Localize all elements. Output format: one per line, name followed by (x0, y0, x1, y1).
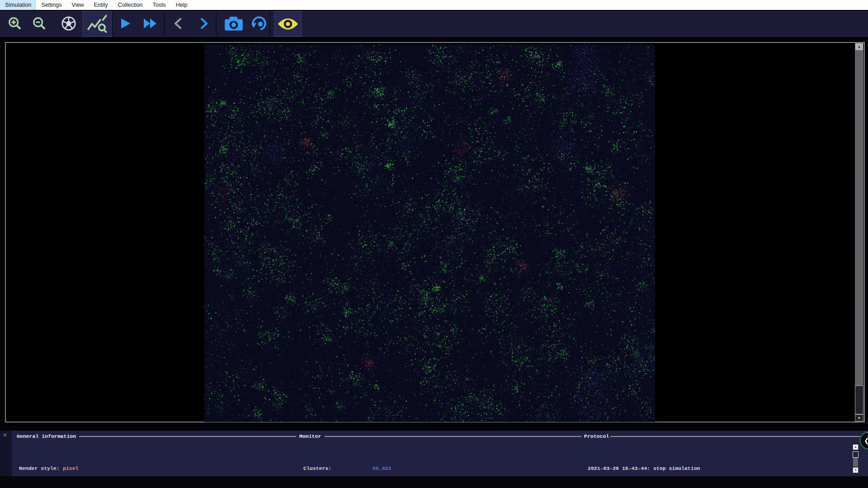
chevron-left-icon: ❮ (864, 437, 868, 444)
toolbar-separator (216, 12, 217, 36)
menu-item[interactable]: Collection (113, 0, 148, 10)
fast-forward-button[interactable] (141, 11, 159, 36)
scrollbar-track[interactable] (853, 458, 858, 467)
scrollbar-thumb[interactable] (853, 451, 859, 458)
fieldset-line (610, 436, 868, 437)
scrollbar-track[interactable] (855, 51, 863, 414)
snapshot-camera-icon (224, 15, 244, 32)
toolbar-separator (164, 12, 165, 36)
fieldset-line (79, 436, 296, 437)
step-back-button[interactable] (171, 11, 185, 36)
scrollbar-thumb[interactable] (855, 385, 863, 414)
step-back-icon (173, 18, 183, 29)
visual-editor-toggle-button[interactable] (274, 11, 302, 37)
status-panel: ✕ General information Monitor Protocol R… (0, 431, 868, 476)
menu-bar: Simulation Settings View Entity Collecti… (0, 0, 868, 10)
cell-ball-icon (60, 14, 78, 33)
monitor-row: Clusters:55,022 (303, 466, 391, 472)
toolbar-separator (112, 12, 113, 36)
panel-left-strip: ✕ (0, 431, 12, 476)
simulation-world-canvas[interactable] (204, 44, 655, 422)
protocol-entry: 2021-03-26 15-43-44: stop simulation (588, 466, 700, 472)
step-forward-icon (199, 18, 209, 29)
monitor-label: Clusters: (303, 466, 373, 472)
menu-item[interactable]: Entity (89, 0, 113, 10)
play-icon (119, 17, 132, 30)
restore-snapshot-button[interactable] (250, 11, 269, 36)
zoom-in-button[interactable] (5, 11, 24, 36)
scroll-down-icon[interactable]: ▼ (853, 467, 859, 473)
scroll-up-icon[interactable]: ▲ (855, 43, 863, 51)
monitor-rows: Clusters:55,022 Cells:68,048 Particles:3… (303, 443, 391, 476)
protocol-entries: 2021-03-26 15-43-44: stop simulation 202… (588, 443, 700, 476)
run-button[interactable] (117, 11, 133, 36)
monitor-value: 55,022 (373, 465, 391, 471)
monitor-toggle-button[interactable] (83, 11, 112, 37)
monitor-graph-icon (86, 14, 108, 34)
menu-item[interactable]: Simulation (0, 0, 36, 10)
eye-icon (277, 17, 299, 31)
scroll-down-icon[interactable]: ▼ (855, 414, 863, 422)
close-x-icon[interactable]: ✕ (3, 432, 7, 438)
zoom-out-button[interactable] (30, 11, 49, 36)
bottom-margin (0, 476, 868, 488)
info-label: Render style: (19, 466, 63, 472)
fieldset-line (325, 436, 581, 437)
cell-view-button[interactable] (59, 11, 78, 36)
fast-forward-icon (143, 18, 157, 29)
scroll-up-icon[interactable]: ▲ (853, 444, 859, 450)
general-information-rows: Render style:pixel World size:1,000 x 1,… (19, 443, 104, 476)
viewport-vertical-scrollbar[interactable]: ▲ ▼ (855, 43, 863, 422)
toolbar (0, 11, 868, 37)
snapshot-button[interactable] (223, 11, 245, 36)
monitor-legend: Monitor (299, 433, 321, 439)
info-value: pixel (63, 465, 79, 471)
menu-item[interactable]: Help (171, 0, 193, 10)
protocol-legend: Protocol (584, 433, 609, 439)
menu-item[interactable]: Tools (148, 0, 171, 10)
menu-item[interactable]: Settings (36, 0, 66, 10)
info-row: Render style:pixel (19, 466, 104, 472)
protocol-scrollbar[interactable]: ▲ ▼ (853, 444, 859, 474)
zoom-in-icon (7, 16, 23, 31)
toolbar-separator (269, 12, 270, 36)
general-information-legend: General information (17, 433, 76, 439)
zoom-out-icon (32, 16, 47, 31)
step-forward-button[interactable] (197, 11, 211, 36)
app-window: Simulation Settings View Entity Collecti… (0, 0, 868, 488)
restore-icon (250, 15, 268, 32)
menu-item[interactable]: View (67, 0, 89, 10)
